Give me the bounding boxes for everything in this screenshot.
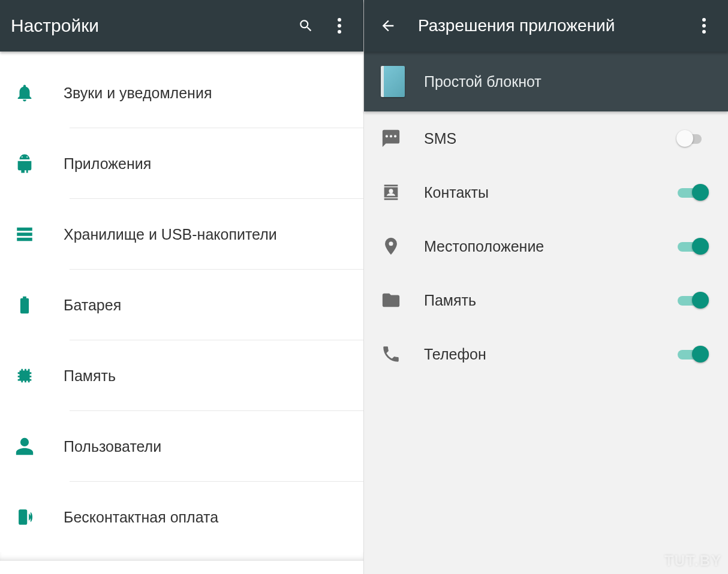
user-icon <box>14 436 35 457</box>
location-icon <box>381 236 401 256</box>
watermark: TUT.BY <box>664 552 722 569</box>
permission-row: Телефон <box>364 327 728 381</box>
overflow-menu-button[interactable] <box>326 13 353 39</box>
more-vert-icon <box>702 18 706 34</box>
permission-toggle[interactable] <box>676 183 710 202</box>
permission-label: Местоположение <box>424 238 676 255</box>
settings-row[interactable]: Пользователи <box>0 411 363 482</box>
settings-row[interactable]: Батарея <box>0 270 363 340</box>
storage-icon <box>14 224 35 244</box>
permissions-title: Разрешения приложений <box>418 16 691 35</box>
search-button[interactable] <box>293 13 319 39</box>
permission-toggle[interactable] <box>676 345 710 364</box>
tap-and-pay-icon <box>14 507 35 527</box>
more-vert-icon <box>338 18 341 34</box>
notebook-icon <box>381 66 405 97</box>
permission-row: Контакты <box>364 165 728 219</box>
overflow-menu-button[interactable] <box>691 13 717 39</box>
settings-row-label: Память <box>64 367 116 385</box>
permission-row: SMS <box>364 111 728 165</box>
settings-appbar: Настройки <box>0 0 363 52</box>
app-icon <box>378 65 407 98</box>
settings-row[interactable]: Приложения <box>0 128 363 199</box>
app-header: Простой блокнот <box>364 52 728 111</box>
settings-row-label: Батарея <box>64 297 121 314</box>
settings-list: Звуки и уведомленияПриложенияХранилище и… <box>0 52 363 552</box>
settings-row-label: Пользователи <box>64 438 161 455</box>
search-icon <box>298 18 314 34</box>
phone-icon <box>381 344 401 364</box>
back-icon <box>380 17 396 34</box>
contacts-icon <box>381 182 401 203</box>
permissions-list: SMSКонтактыМестоположениеПамятьТелефон <box>364 111 728 381</box>
settings-row[interactable]: Память <box>0 340 363 411</box>
permissions-pane: Разрешения приложений Простой блокнот SM… <box>364 0 728 574</box>
settings-pane: Настройки Звуки и уведомленияПриложенияХ… <box>0 0 364 574</box>
permissions-appbar: Разрешения приложений <box>364 0 728 52</box>
memory-icon <box>14 365 35 386</box>
permission-label: Контакты <box>424 184 676 201</box>
permission-toggle[interactable] <box>676 237 710 256</box>
permission-toggle[interactable] <box>676 291 710 310</box>
settings-row-label: Приложения <box>64 155 151 173</box>
permission-label: SMS <box>424 130 676 147</box>
settings-row[interactable]: Звуки и уведомления <box>0 58 363 128</box>
sms-icon <box>381 128 401 149</box>
bell-icon <box>14 83 35 103</box>
settings-row-label: Бесконтактная оплата <box>64 509 218 526</box>
permission-label: Телефон <box>424 346 676 363</box>
folder-icon <box>381 290 401 310</box>
battery-icon <box>14 295 35 315</box>
back-button[interactable] <box>375 13 401 39</box>
android-icon <box>14 153 35 174</box>
permission-row: Местоположение <box>364 219 728 273</box>
settings-row[interactable]: Хранилище и USB-накопители <box>0 199 363 270</box>
permission-row: Память <box>364 273 728 327</box>
settings-row-label: Хранилище и USB-накопители <box>64 226 277 243</box>
permission-label: Память <box>424 292 676 309</box>
settings-title: Настройки <box>11 16 293 36</box>
app-name-label: Простой блокнот <box>424 73 542 90</box>
settings-row-label: Звуки и уведомления <box>64 84 212 102</box>
settings-row[interactable]: Бесконтактная оплата <box>0 482 363 552</box>
permission-toggle[interactable] <box>676 129 710 148</box>
